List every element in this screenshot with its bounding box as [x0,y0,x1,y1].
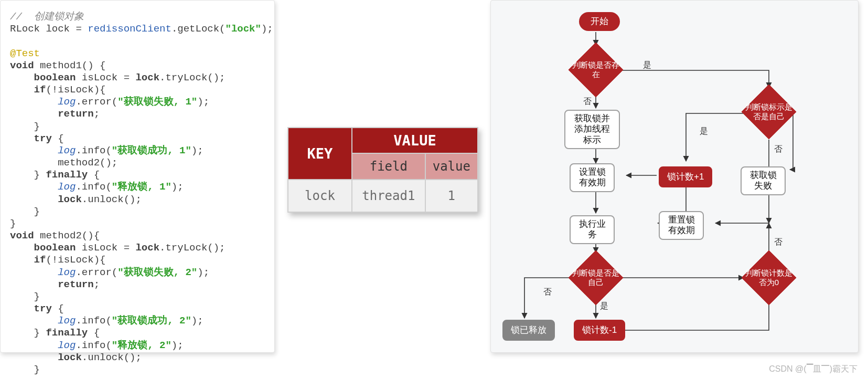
table-header-field: field [352,153,425,180]
code-block: // 创建锁对象 RLock lock = redissonClient.get… [1,1,274,378]
code-panel: // 创建锁对象 RLock lock = redissonClient.get… [0,0,275,353]
node-diamond-owner: 判断锁标示是否是自己 [743,86,795,138]
flowchart: 开始 判断锁是否存在 是 否 获取锁并添加线程标示 判断锁标示是否是自己 是 否… [490,0,859,353]
node-set-ttl: 设置锁有效期 [570,163,615,192]
node-diamond-self: 判断锁是否是自己 [570,251,622,304]
node-inc: 锁计数+1 [659,166,712,187]
table-header-key: KEY [288,128,352,180]
node-acquire: 获取锁并添加线程标示 [564,110,620,149]
watermark: CSDN @(▔皿▔)霸天下 [769,364,858,375]
node-dec: 锁计数-1 [574,320,625,341]
node-diamond-zero: 判断锁计数是否为0 [743,251,795,304]
node-reset: 重置锁有效期 [659,211,704,240]
table-cell-field: thread1 [352,180,425,212]
table-header-value: VALUE [352,128,478,153]
node-start: 开始 [579,12,620,31]
table-cell-value: 1 [425,180,478,212]
table-cell-key: lock [288,180,352,212]
node-fail: 获取锁失败 [741,166,786,195]
node-diamond-exists: 判断锁是否存在 [570,44,622,96]
table-header-val: value [425,153,478,180]
node-exec: 执行业务 [570,215,615,244]
key-value-table: KEY VALUE field value lock thread1 1 [287,127,478,213]
node-released: 锁已释放 [502,320,555,341]
